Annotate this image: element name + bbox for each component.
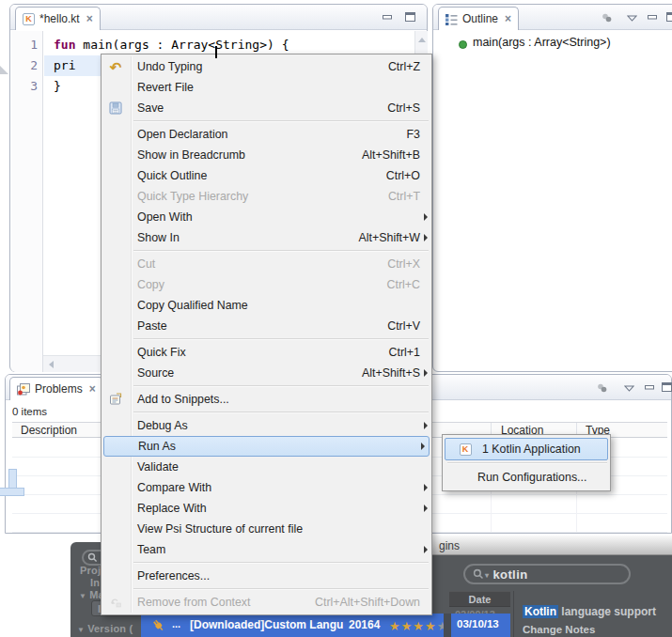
- submenu-item-1-kotlin-application[interactable]: K1 Kotlin Application: [445, 438, 608, 460]
- view-focus-icon[interactable]: [596, 383, 608, 394]
- menu-item-shortcut: Ctrl+O: [369, 169, 420, 182]
- submenu-arrow-icon: [420, 369, 431, 377]
- menu-item-source[interactable]: SourceAlt+Shift+S: [102, 363, 431, 383]
- kotlin-icon: K: [455, 443, 476, 456]
- plugins-search-input[interactable]: ▾ kotlin: [463, 564, 631, 584]
- maximize-icon[interactable]: [662, 382, 672, 392]
- menu-item-replace-with[interactable]: Replace With: [102, 498, 431, 519]
- submenu-arrow-icon: [420, 546, 431, 553]
- menu-separator: [133, 120, 429, 122]
- close-icon[interactable]: ×: [89, 383, 96, 395]
- menu-item-add-to-snippets[interactable]: Add to Snippets...: [102, 389, 431, 410]
- screenshot-stage: pl Proje In ▼Ma Impor ▼Version ( gins ▾ …: [0, 0, 672, 637]
- menu-item-shortcut: F3: [390, 128, 420, 141]
- menu-item-label: Debug As: [130, 419, 188, 432]
- outline-tab[interactable]: Outline ×: [438, 7, 519, 30]
- submenu-item-label: Run Configurations...: [443, 471, 586, 484]
- close-icon[interactable]: ×: [505, 13, 511, 24]
- problems-items-count: 0 items: [12, 406, 47, 417]
- menu-item-debug-as[interactable]: Debug As: [102, 415, 431, 436]
- tree-expand-icon: ▼: [77, 626, 85, 634]
- menu-item-quick-type-hierarchy: Quick Type HierarchyCtrl+T: [102, 186, 431, 207]
- menu-item-label: Replace With: [130, 502, 207, 515]
- editor-tabstrip: K *hello.kt ×: [10, 5, 427, 30]
- submenu-arrow-icon: [420, 505, 431, 512]
- editor-tab-title: *hello.kt: [39, 12, 80, 25]
- submenu-item-run-configurations[interactable]: Run Configurations...: [443, 466, 610, 489]
- menu-item-shortcut: Alt+Shift+W: [342, 231, 420, 244]
- scroll-left-icon[interactable]: [49, 361, 54, 368]
- close-icon[interactable]: ×: [86, 13, 93, 24]
- selected-plugin-row[interactable]: ... [Downloaded]Custom Langu 20164 ★★★★★…: [141, 614, 510, 637]
- minimize-icon[interactable]: [383, 15, 392, 20]
- menu-item-open-declaration[interactable]: Open DeclarationF3: [102, 124, 431, 145]
- plugin-rating-stars: ★★★★★: [389, 617, 448, 634]
- menu-item-shortcut: Ctrl+V: [370, 319, 420, 333]
- outline-tab-title: Outline: [462, 12, 498, 25]
- project-tree-label: In: [90, 577, 100, 588]
- menu-item-copy-qualified-name[interactable]: Copy Qualified Name: [102, 295, 431, 316]
- menu-item-view-psi-structure-of-current-file[interactable]: View Psi Structure of current file: [102, 519, 431, 539]
- menu-item-label: Show in Breadcrumb: [130, 148, 245, 162]
- divider: [444, 614, 451, 637]
- menu-item-preferences[interactable]: Preferences...: [102, 566, 431, 586]
- menu-item-quick-fix[interactable]: Quick FixCtrl+1: [102, 342, 431, 363]
- menu-item-revert-file[interactable]: Revert File: [102, 77, 431, 98]
- menu-item-label: Quick Outline: [130, 169, 207, 182]
- menu-item-show-in[interactable]: Show InAlt+Shift+W: [102, 227, 431, 248]
- menu-item-shortcut: Ctrl+X: [370, 257, 420, 271]
- star-icon: ★: [401, 619, 414, 633]
- menu-item-label: Save: [130, 101, 164, 115]
- menu-item-paste[interactable]: PasteCtrl+V: [102, 316, 431, 336]
- menu-item-validate[interactable]: Validate: [102, 457, 431, 477]
- editor-tab-hello-kt[interactable]: K *hello.kt ×: [15, 7, 101, 30]
- menu-item-open-with[interactable]: Open With: [102, 207, 431, 227]
- menu-separator: [133, 412, 429, 413]
- editor-context-menu: ↶Undo TypingCtrl+ZRevert FileSaveCtrl+SO…: [101, 54, 432, 615]
- plugin-icon: [150, 617, 166, 633]
- submenu-arrow-icon: [420, 484, 431, 491]
- problems-tab-title: Problems: [35, 382, 83, 396]
- column-header-description[interactable]: Description: [21, 424, 77, 437]
- problems-tab[interactable]: Problems ×: [9, 377, 103, 400]
- menu-item-team[interactable]: Team: [102, 539, 431, 560]
- outline-item-main[interactable]: main(args : Array<String>): [473, 36, 611, 49]
- text-cursor: [215, 46, 217, 58]
- plugin-row-date: 03/10/13: [457, 618, 499, 629]
- minimize-icon[interactable]: [648, 15, 657, 20]
- view-focus-icon[interactable]: [601, 13, 613, 23]
- snippet-icon: [102, 393, 130, 406]
- menu-item-label: Run As: [131, 440, 176, 453]
- menu-item-label: Paste: [130, 319, 167, 333]
- submenu-arrow-icon: [417, 443, 429, 450]
- menu-item-label: Validate: [130, 460, 179, 474]
- plugins-dialog-title: gins: [439, 539, 460, 552]
- line-number-gutter: 1 2 3: [11, 31, 43, 372]
- menu-item-run-as[interactable]: Run As: [103, 436, 430, 457]
- menu-item-quick-outline[interactable]: Quick OutlineCtrl+O: [102, 165, 431, 186]
- search-options-caret-icon[interactable]: ▾: [485, 571, 489, 580]
- menu-item-shortcut: Ctrl+T: [371, 190, 420, 203]
- menu-item-shortcut: Ctrl+Z: [371, 60, 420, 73]
- menu-item-compare-with[interactable]: Compare With: [102, 477, 431, 498]
- menu-item-label: Open With: [130, 210, 193, 224]
- outline-panel: Outline × main(args : Array<String>): [432, 4, 672, 372]
- menu-item-undo-typing[interactable]: ↶Undo TypingCtrl+Z: [102, 56, 431, 77]
- view-menu-chevron-icon[interactable]: [627, 15, 637, 22]
- date-column-header[interactable]: Date: [449, 591, 510, 607]
- menu-item-show-in-breadcrumb[interactable]: Show in BreadcrumbAlt+Shift+B: [102, 145, 431, 165]
- maximize-icon[interactable]: [666, 12, 672, 22]
- run-as-submenu: K1 Kotlin ApplicationRun Configurations.…: [442, 434, 611, 491]
- menu-item-label: Remove from Context: [130, 596, 251, 609]
- plugin-row-prefix: ...: [172, 618, 180, 629]
- remove-context-icon: [102, 596, 130, 609]
- view-menu-chevron-icon[interactable]: [624, 385, 634, 392]
- plugins-search-text: kotlin: [492, 567, 527, 582]
- minimize-icon[interactable]: [645, 385, 654, 390]
- submenu-arrow-icon: [420, 234, 431, 241]
- maximize-icon[interactable]: [405, 12, 415, 22]
- menu-separator: [133, 588, 429, 590]
- menu-item-save[interactable]: SaveCtrl+S: [102, 98, 431, 118]
- star-icon: ★: [425, 619, 437, 633]
- scroll-up-icon[interactable]: [418, 38, 426, 42]
